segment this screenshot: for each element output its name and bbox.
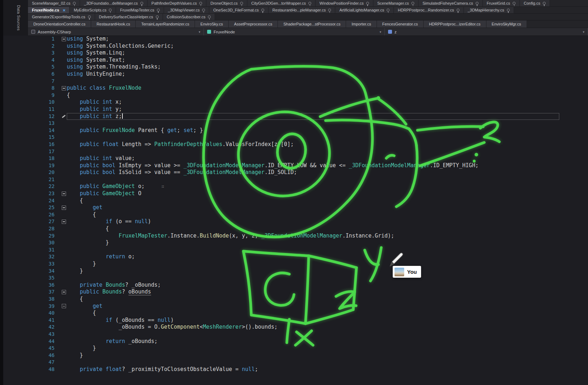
code-line-32[interactable]: 32 return o; xyxy=(0,253,588,260)
tab-envirosky-cs[interactable]: EnviroSky.cs xyxy=(195,20,229,28)
code-line-31[interactable]: 31 xyxy=(0,247,588,254)
pin-icon[interactable] xyxy=(543,2,546,5)
code-line-33[interactable]: 33 } xyxy=(0,260,588,268)
collapse-icon[interactable] xyxy=(62,206,66,210)
code-line-28[interactable]: 28 { xyxy=(0,225,588,233)
pin-icon[interactable] xyxy=(208,15,211,18)
tab-scenemanager-cs[interactable]: SceneManager.cs xyxy=(373,0,419,6)
pin-icon[interactable] xyxy=(411,2,414,5)
tab-collisionsubscriber-cs[interactable]: CollisionSubscriber.cs xyxy=(163,14,215,20)
tab-terrainlayerrandomizer-cs[interactable]: TerrainLayerRandomizer.cs xyxy=(136,20,195,28)
pin-icon[interactable] xyxy=(199,2,202,5)
type-dropdown[interactable]: FruxelNode ▾ xyxy=(204,28,385,36)
code-line-11[interactable]: 11 public int y; xyxy=(0,106,588,113)
code-line-21[interactable]: 21 xyxy=(0,176,588,183)
tab--3dmapviewer-cs[interactable]: _3DMapViewer.cs xyxy=(164,7,209,13)
tab-scenemanager-02-cs[interactable]: SceneManager_02.cs xyxy=(28,0,80,6)
tab-restaurantho-plemanager-cs[interactable]: RestaurantHo...pleManager.cs xyxy=(269,7,336,13)
code-line-10[interactable]: 10 public int x; xyxy=(0,99,588,106)
tab-droneobject-cs[interactable]: DroneObject.cs xyxy=(206,0,247,6)
code-line-36[interactable]: 36 private Bounds? _oBounds; xyxy=(0,282,588,289)
pin-icon[interactable] xyxy=(513,2,515,5)
tab-droneorientationcontroller-cs[interactable]: DroneOrientationController.cs xyxy=(28,20,91,28)
code-line-24[interactable]: 24 { xyxy=(0,197,588,205)
code-line-48[interactable]: 48 private float? _proximityToClosestObs… xyxy=(0,366,588,373)
tab-fruxelmaptester-cs[interactable]: FruxelMapTester.cs xyxy=(116,7,164,13)
code-line-39[interactable]: 39 get xyxy=(0,303,588,310)
close-icon[interactable]: × xyxy=(63,8,66,13)
pin-icon[interactable] xyxy=(73,2,76,5)
code-line-13[interactable]: 13 xyxy=(0,120,588,127)
pin-icon[interactable] xyxy=(261,9,264,11)
code-line-26[interactable]: 26 { xyxy=(0,211,588,219)
pin-icon[interactable] xyxy=(476,2,479,5)
pin-icon[interactable] xyxy=(308,2,311,5)
code-line-44[interactable]: 44 return _oBounds; xyxy=(0,338,588,345)
code-line-17[interactable]: 17 xyxy=(0,148,588,155)
tab-citygen3dgen-torwrapper-cs[interactable]: CityGen3DGen...torWrapper.cs xyxy=(247,0,316,6)
code-line-23[interactable]: 23 public GameObject O xyxy=(0,190,588,197)
tab-fencesgenerator-cs[interactable]: FencesGenerator.cs xyxy=(377,20,424,28)
tab-artificiallightsmanager-cs[interactable]: ArtificialLightsManager.cs xyxy=(335,7,394,13)
code-line-1[interactable]: 1using System; xyxy=(0,36,588,43)
pin-icon[interactable] xyxy=(88,15,91,18)
pin-icon[interactable] xyxy=(109,9,112,11)
tab-assetpreprocessor-cs[interactable]: AssetPreprocessor.cs xyxy=(229,20,278,28)
pin-icon[interactable] xyxy=(366,2,369,5)
code-line-3[interactable]: 3using System.Linq; xyxy=(0,50,588,57)
code-line-34[interactable]: 34 } xyxy=(0,268,588,275)
data-sources-tab[interactable]: Data Sources xyxy=(17,5,21,30)
tab--3dfoundatio-delmanager-cs[interactable]: _3DFoundatio...delManager.cs xyxy=(80,0,148,6)
member-dropdown[interactable]: z ▾ xyxy=(385,28,588,36)
code-line-22[interactable]: 22 public GameObject o; xyxy=(0,183,588,190)
code-line-40[interactable]: 40 { xyxy=(0,310,588,317)
code-line-25[interactable]: 25 get xyxy=(0,204,588,211)
tab-pathfinderdepthvalues-cs[interactable]: PathfinderDepthValues.cs xyxy=(148,0,206,6)
code-line-16[interactable]: 16 public float Length => PathfinderDept… xyxy=(0,141,588,148)
code-line-27[interactable]: 27 if (o == null) xyxy=(0,218,588,225)
code-line-5[interactable]: 5using System.Threading.Tasks; xyxy=(0,64,588,71)
tab-shaderpackage-stprocessor-cs[interactable]: ShaderPackage...stProcessor.cs xyxy=(278,20,346,28)
tab-restauranthook-cs[interactable]: RestaurantHook.cs xyxy=(91,20,136,28)
tab-hdrppostproc-izereditor-cs[interactable]: HDRPPostproc...izerEditor.cs xyxy=(424,20,486,28)
collapse-icon[interactable] xyxy=(62,304,66,308)
pin-icon[interactable] xyxy=(507,9,510,11)
tab-generator2exportmaptools-cs[interactable]: Generator2ExportMapTools.cs xyxy=(28,14,95,20)
code-line-4[interactable]: 4using System.Text; xyxy=(0,57,588,64)
tab-onesec3d-fileformat-cs[interactable]: OneSec3D_FileFormat.cs xyxy=(209,7,269,13)
tab--3dmaphierarchy-cs[interactable]: _3DMapHierarchy.cs xyxy=(464,7,514,13)
collapse-icon[interactable] xyxy=(62,86,66,90)
pin-icon[interactable] xyxy=(157,9,160,11)
tab-importer-cs[interactable]: Importer.cs xyxy=(346,20,377,28)
tab-config-cs[interactable]: Config.cs xyxy=(520,0,550,6)
code-line-20[interactable]: 20 public bool IsSolid => value == _3DFo… xyxy=(0,169,588,176)
collapse-icon[interactable] xyxy=(62,192,66,196)
collapse-icon[interactable] xyxy=(62,37,66,41)
tab-hdrppostproc-randomizer-cs[interactable]: HDRPPostproc...Randomizer.cs xyxy=(394,7,464,13)
tab-deliverysurfaceclasshelper-cs[interactable]: DeliverySurfaceClassHelper.cs xyxy=(95,14,163,20)
tab-myeditorscripts-cs[interactable]: MyEditorScripts.cs xyxy=(70,7,116,13)
code-line-30[interactable]: 30 } xyxy=(0,239,588,247)
pin-icon[interactable] xyxy=(202,9,205,11)
code-line-42[interactable]: 42 _oBounds = O.GetComponent<MeshRendere… xyxy=(0,324,588,331)
code-line-15[interactable]: 15 xyxy=(0,134,588,141)
pin-icon[interactable] xyxy=(328,9,331,11)
project-dropdown[interactable]: Assembly-CSharp ▾ xyxy=(28,28,204,36)
code-line-35[interactable]: 35 xyxy=(0,274,588,282)
collapse-icon[interactable] xyxy=(62,220,66,224)
code-line-38[interactable]: 38 { xyxy=(0,296,588,303)
code-line-37[interactable]: 37 public Bounds? oBounds xyxy=(0,288,588,296)
code-line-14[interactable]: 14 public FruxelNode Parent { get; set; … xyxy=(0,127,588,134)
code-line-12[interactable]: 12 public int z; xyxy=(0,113,588,120)
tab-fruxelgrid-cs[interactable]: FruxelGrid.cs xyxy=(483,0,520,6)
code-line-18[interactable]: 18 public int value; xyxy=(0,155,588,162)
code-line-9[interactable]: 9{ xyxy=(0,92,588,99)
pin-icon[interactable] xyxy=(240,2,243,5)
code-line-7[interactable]: 7 xyxy=(0,78,588,85)
code-line-43[interactable]: 43 xyxy=(0,331,588,338)
code-line-46[interactable]: 46 } xyxy=(0,352,588,359)
tab-enviroskymgr-cs[interactable]: EnviroSkyMgr.cs xyxy=(486,20,527,28)
code-line-6[interactable]: 6using UnityEngine; xyxy=(0,71,588,78)
pin-icon[interactable] xyxy=(156,15,159,18)
code-line-29[interactable]: 29 FruxelMapTester.Instance.BuildNode(x,… xyxy=(0,233,588,240)
